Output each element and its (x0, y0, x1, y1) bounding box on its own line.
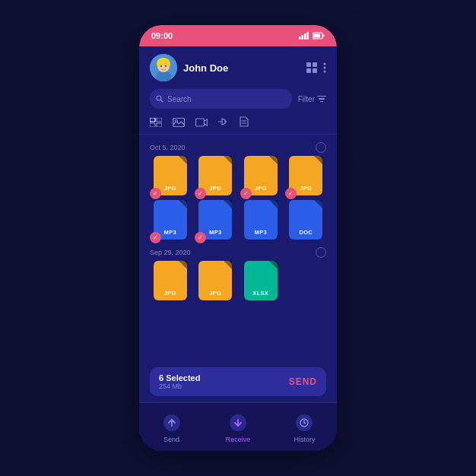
nav-tabs: Send Receive (139, 409, 337, 443)
svg-marker-35 (224, 156, 232, 164)
svg-point-21 (324, 71, 326, 73)
file-list: Oct 5, 2020 JPG ✓ JPG ✓ (139, 135, 337, 364)
filter-button[interactable]: Filter (298, 95, 326, 103)
svg-line-23 (161, 100, 163, 103)
svg-marker-36 (269, 156, 278, 164)
file-item[interactable]: MP3 (240, 200, 281, 240)
file-item[interactable]: JPG ✓ (195, 156, 236, 195)
svg-marker-39 (224, 200, 232, 208)
svg-marker-38 (179, 200, 187, 208)
tab-image[interactable] (173, 117, 185, 129)
svg-marker-41 (314, 200, 322, 208)
send-nav-icon (161, 412, 182, 433)
file-item[interactable]: MP3 ✓ (150, 200, 191, 240)
svg-rect-17 (306, 68, 311, 73)
signal-icon (299, 32, 309, 40)
battery-icon (313, 32, 325, 40)
files-grid-1: JPG ✓ JPG ✓ JPG ✓ (150, 156, 326, 240)
filter-label: Filter (298, 95, 315, 103)
svg-marker-43 (224, 261, 232, 269)
nav-tab-send[interactable]: Send (161, 412, 182, 443)
type-tabs (139, 112, 337, 135)
svg-rect-30 (196, 119, 205, 126)
svg-rect-5 (313, 34, 320, 38)
files-grid-2: JPG JPG XLSX (150, 261, 326, 300)
more-icon[interactable] (323, 62, 326, 73)
file-item[interactable]: MP3 ✓ (195, 200, 236, 240)
nav-tab-history[interactable]: History (294, 412, 315, 443)
date-label-1: Oct 5, 2020 (150, 144, 186, 151)
svg-marker-40 (269, 200, 278, 208)
svg-rect-24 (150, 118, 155, 122)
nav-label-history: History (294, 436, 315, 443)
date-select-2[interactable] (316, 247, 326, 258)
filter-icon (317, 95, 326, 103)
user-name: John Doe (183, 62, 300, 74)
svg-rect-1 (302, 35, 304, 40)
search-box[interactable]: Search (150, 89, 292, 109)
grid-icon[interactable] (306, 62, 317, 73)
status-icons (299, 32, 325, 40)
file-item[interactable]: JPG (150, 261, 191, 300)
bottom-nav: Send Receive (139, 402, 337, 451)
nav-tab-receive[interactable]: Receive (226, 412, 251, 443)
receive-nav-icon (227, 412, 249, 433)
svg-rect-3 (307, 32, 309, 40)
svg-rect-28 (173, 118, 185, 126)
status-time: 09:00 (151, 31, 173, 40)
date-row-1: Oct 5, 2020 (150, 138, 326, 156)
nav-label-send: Send (163, 436, 179, 443)
svg-point-14 (165, 65, 167, 67)
avatar (150, 54, 177, 81)
file-item[interactable]: JPG (195, 261, 236, 300)
phone-body: John Doe (139, 46, 337, 451)
svg-rect-25 (157, 118, 162, 122)
phone-frame: 09:00 (139, 25, 337, 451)
svg-marker-34 (179, 156, 187, 164)
svg-marker-37 (314, 156, 322, 164)
search-row: Search Filter (139, 86, 337, 112)
search-icon (156, 95, 163, 103)
svg-point-19 (324, 63, 326, 65)
header-icons (306, 62, 326, 73)
file-item[interactable]: JPG ✓ (286, 156, 327, 195)
svg-rect-26 (150, 123, 155, 127)
svg-rect-18 (313, 68, 317, 73)
tab-all[interactable] (150, 117, 162, 129)
date-label-2: Sep 29, 2020 (150, 249, 191, 256)
selection-count: 6 Selected (159, 373, 200, 382)
svg-rect-2 (304, 33, 306, 40)
file-item[interactable]: XLSX (240, 261, 281, 300)
file-item[interactable]: DOC (286, 200, 327, 240)
header: John Doe (139, 46, 337, 86)
svg-point-20 (324, 67, 326, 69)
nav-label-receive: Receive (226, 436, 251, 443)
svg-rect-6 (323, 35, 325, 37)
svg-marker-44 (269, 261, 278, 269)
tab-doc[interactable] (240, 116, 249, 129)
history-nav-icon (294, 412, 315, 433)
svg-rect-0 (299, 36, 301, 40)
tab-audio[interactable] (218, 116, 229, 129)
svg-point-13 (160, 65, 162, 67)
send-button[interactable]: SEND (289, 376, 317, 387)
svg-marker-42 (179, 261, 187, 269)
file-item[interactable]: JPG ✓ (150, 156, 191, 195)
date-row-2: Sep 29, 2020 (150, 243, 326, 261)
svg-rect-16 (313, 62, 317, 67)
selection-info: 6 Selected 254 Mb (159, 373, 200, 390)
file-item[interactable]: JPG ✓ (240, 156, 281, 195)
svg-rect-27 (157, 123, 162, 127)
selection-size: 254 Mb (159, 382, 200, 390)
empty-slot (286, 261, 319, 300)
date-select-1[interactable] (316, 142, 326, 153)
selection-bar: 6 Selected 254 Mb SEND (150, 367, 326, 396)
search-placeholder: Search (167, 95, 192, 103)
svg-rect-15 (306, 62, 311, 67)
tab-video[interactable] (195, 117, 208, 129)
status-bar: 09:00 (139, 25, 337, 46)
